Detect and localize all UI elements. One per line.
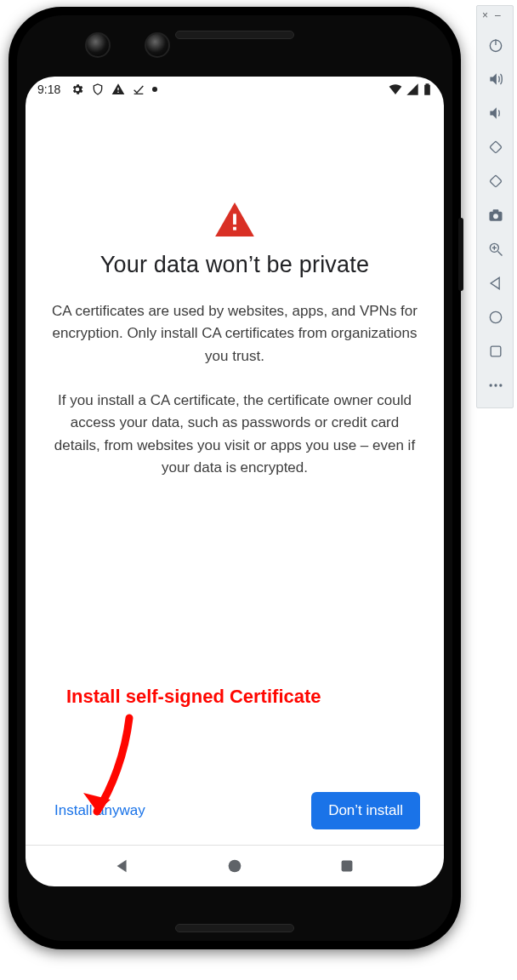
check-icon xyxy=(132,83,145,96)
back-icon xyxy=(113,857,132,875)
emulator-more-button[interactable] xyxy=(477,368,514,402)
shield-icon xyxy=(91,83,105,96)
dont-install-button[interactable]: Don’t install xyxy=(311,792,420,829)
speaker-bottom xyxy=(175,924,294,932)
svg-rect-0 xyxy=(233,214,236,224)
navigation-bar xyxy=(26,846,444,886)
svg-rect-10 xyxy=(493,209,499,212)
svg-rect-16 xyxy=(491,346,501,356)
speaker-top xyxy=(175,31,294,39)
phone-screen: 9:18 xyxy=(26,77,444,886)
install-anyway-button[interactable]: Install anyway xyxy=(49,794,151,828)
phone-frame: 9:18 xyxy=(9,7,461,949)
emulator-power-button[interactable] xyxy=(477,28,514,62)
status-time: 9:18 xyxy=(37,83,60,96)
front-camera-2 xyxy=(145,32,170,58)
signal-icon xyxy=(406,83,419,96)
svg-rect-3 xyxy=(342,861,353,872)
volume-up-icon xyxy=(487,71,504,88)
emulator-screenshot-button[interactable] xyxy=(477,198,514,232)
gear-icon xyxy=(71,83,84,96)
svg-rect-1 xyxy=(233,227,236,231)
dialog-button-row: Install anyway Don’t install xyxy=(44,780,425,845)
svg-point-18 xyxy=(494,384,497,386)
zoom-icon xyxy=(487,241,504,258)
rotate-left-icon xyxy=(487,139,504,156)
rotate-right-icon xyxy=(487,173,504,190)
more-icon xyxy=(487,377,504,394)
dot-icon xyxy=(152,87,157,92)
volume-down-icon xyxy=(487,105,504,122)
dialog-title: Your data won’t be private xyxy=(44,252,425,278)
power-button-physical xyxy=(458,218,463,291)
nav-back-button[interactable] xyxy=(112,856,133,876)
camera-icon xyxy=(487,207,504,224)
warning-triangle-icon xyxy=(215,202,254,236)
emulator-zoom-button[interactable] xyxy=(477,232,514,266)
emulator-recents-button[interactable] xyxy=(477,334,514,368)
nav-recents-button[interactable] xyxy=(337,856,357,876)
emulator-volume-down-button[interactable] xyxy=(477,96,514,130)
emulator-toolbar: × – xyxy=(476,5,514,408)
wifi-icon xyxy=(389,83,402,96)
emulator-rotate-right-button[interactable] xyxy=(477,164,514,198)
power-icon xyxy=(487,37,504,54)
emulator-home-button[interactable] xyxy=(477,300,514,334)
home-icon xyxy=(225,857,244,875)
recents-icon xyxy=(487,343,504,360)
back-icon xyxy=(487,275,504,292)
svg-point-17 xyxy=(490,384,492,386)
emulator-back-button[interactable] xyxy=(477,266,514,300)
emulator-rotate-left-button[interactable] xyxy=(477,130,514,164)
status-bar: 9:18 xyxy=(26,77,444,102)
svg-rect-7 xyxy=(490,175,502,187)
front-camera-1 xyxy=(85,32,111,58)
recents-icon xyxy=(338,857,356,875)
svg-point-9 xyxy=(493,214,498,219)
dialog-paragraph-1: CA certificates are used by websites, ap… xyxy=(44,300,425,368)
warning-icon xyxy=(111,83,125,96)
emulator-volume-up-button[interactable] xyxy=(477,62,514,96)
svg-point-19 xyxy=(499,384,502,386)
battery-icon xyxy=(423,83,432,96)
dialog-content: Your data won’t be private CA certificat… xyxy=(26,102,444,845)
home-icon xyxy=(487,309,504,326)
svg-point-15 xyxy=(490,311,501,322)
svg-point-2 xyxy=(229,860,241,873)
emulator-window-controls: × – xyxy=(477,6,513,28)
svg-line-12 xyxy=(498,252,503,256)
emulator-close-button[interactable]: × xyxy=(482,9,488,21)
nav-home-button[interactable] xyxy=(224,856,245,876)
emulator-minimize-button[interactable]: – xyxy=(495,9,501,21)
dialog-paragraph-2: If you install a CA certificate, the cer… xyxy=(44,390,425,479)
svg-rect-6 xyxy=(490,141,502,153)
